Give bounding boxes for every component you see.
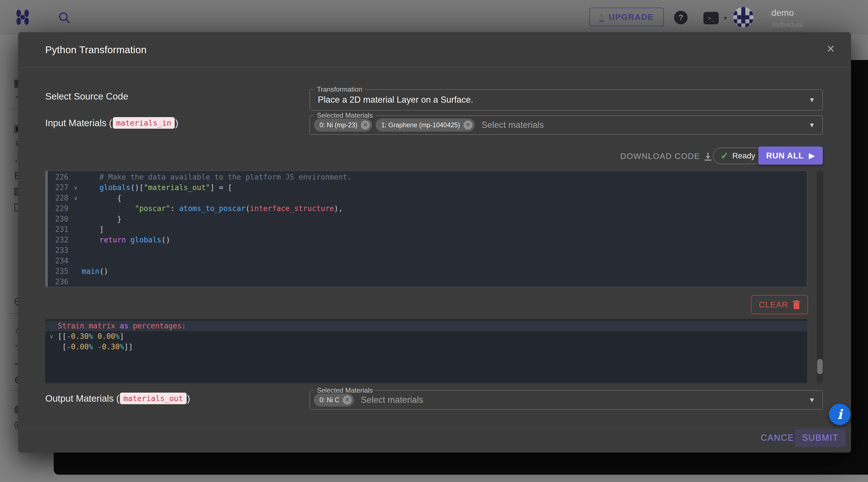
code-runner-section: 226 # Make the data available to the pla… bbox=[45, 171, 823, 386]
cancel-button[interactable]: CANCEL bbox=[761, 433, 800, 443]
dialog-header: Python Transformation × bbox=[18, 32, 851, 68]
line-number: 232 bbox=[48, 235, 70, 245]
python-transformation-dialog: Python Transformation × Select Source Co… bbox=[18, 32, 851, 453]
footer-divider bbox=[18, 428, 851, 428]
material-chip[interactable]: 0: Ni (mp-23)× bbox=[314, 119, 372, 131]
code-text: } bbox=[82, 214, 122, 224]
input-selected-materials-label: Selected Materials bbox=[314, 112, 375, 119]
line-number: 229 bbox=[48, 203, 70, 214]
code-line: 233 bbox=[48, 245, 807, 256]
help-icon[interactable]: ? bbox=[674, 11, 688, 24]
line-number: 236 bbox=[48, 277, 70, 287]
chevron-down-icon[interactable]: ▼ bbox=[809, 121, 815, 129]
avatar[interactable] bbox=[733, 7, 753, 27]
output-materials-label: Output Materials ( materials_out ) bbox=[45, 393, 190, 404]
fold-spacer bbox=[70, 256, 82, 266]
input-materials-prefix: Input Materials ( bbox=[45, 118, 112, 128]
user-name: demo bbox=[771, 8, 794, 18]
chip-delete-icon[interactable]: × bbox=[361, 121, 370, 129]
scrollbar-track[interactable] bbox=[816, 171, 823, 383]
line-number: 235 bbox=[48, 266, 70, 277]
line-number: 230 bbox=[48, 214, 70, 224]
material-chip-label: 0: Ni C bbox=[319, 396, 339, 404]
chevron-down-icon[interactable]: ▼ bbox=[809, 396, 815, 404]
code-text: main() bbox=[82, 266, 108, 277]
fold-arrow-icon[interactable]: ∨ bbox=[70, 193, 82, 203]
top-app-bar: ↑ UPGRADE ? >_ ▼ demo Individual bbox=[0, 0, 868, 34]
upgrade-button[interactable]: ↑ UPGRADE bbox=[589, 8, 664, 26]
download-code-label: DOWNLOAD CODE bbox=[620, 152, 700, 161]
run-all-label: RUN ALL bbox=[766, 151, 804, 160]
select-materials-placeholder: Select materials bbox=[482, 120, 544, 130]
fold-arrow-icon[interactable]: ∨ bbox=[45, 331, 58, 342]
terminal-caret-icon[interactable]: ▼ bbox=[723, 16, 728, 21]
code-line: 236 bbox=[48, 277, 807, 287]
scrollbar-thumb[interactable] bbox=[817, 359, 823, 374]
code-text: globals()["materials_out"] = [ bbox=[82, 182, 232, 193]
fold-arrow-icon[interactable]: ∨ bbox=[70, 182, 82, 193]
code-line: 234 bbox=[48, 256, 807, 266]
close-icon[interactable]: × bbox=[827, 42, 835, 55]
select-source-code-label: Select Source Code bbox=[45, 91, 128, 102]
select-materials-placeholder: Select materials bbox=[361, 395, 423, 405]
transformation-select[interactable]: Transformation Place a 2D material Layer… bbox=[310, 89, 823, 110]
code-editor[interactable]: 226 # Make the data available to the pla… bbox=[45, 171, 807, 287]
code-line: 231 ] bbox=[48, 224, 807, 235]
screen: ↑ UPGRADE ? >_ ▼ demo Individual ▦+▣≡∴⊞▧… bbox=[0, 0, 868, 482]
code-line: 226 # Make the data available to the pla… bbox=[48, 172, 807, 182]
code-line: 228∨ { bbox=[48, 193, 807, 203]
code-text: ] bbox=[82, 224, 104, 235]
code-line: 229 "poscar": atoms_to_poscar(interface_… bbox=[48, 203, 807, 214]
material-chip[interactable]: 0: Ni C× bbox=[314, 393, 354, 406]
material-chip[interactable]: 1: Graphene (mp-1040425)× bbox=[375, 119, 475, 131]
chevron-down-icon[interactable]: ▼ bbox=[809, 96, 815, 104]
download-icon bbox=[704, 152, 712, 161]
output-materials-suffix: ) bbox=[187, 393, 190, 404]
clear-output-button[interactable]: CLEAR bbox=[751, 295, 808, 314]
identicon bbox=[733, 7, 753, 27]
output-selected-materials-select[interactable]: Selected Materials 0: Ni C×Select materi… bbox=[310, 390, 823, 410]
download-code-button[interactable]: DOWNLOAD CODE bbox=[620, 152, 712, 161]
search-icon[interactable] bbox=[58, 11, 71, 24]
output-selected-materials-label: Selected Materials bbox=[314, 386, 375, 394]
transformation-field-label: Transformation bbox=[314, 85, 365, 93]
code-text: # Make the data available to the platfor… bbox=[82, 172, 352, 182]
line-number: 227 bbox=[48, 182, 70, 193]
app-logo-icon[interactable] bbox=[15, 9, 31, 25]
chip-delete-icon[interactable]: × bbox=[463, 121, 472, 129]
chip-delete-icon[interactable]: × bbox=[343, 395, 352, 404]
upgrade-label: UPGRADE bbox=[609, 12, 654, 22]
fold-spacer bbox=[70, 214, 82, 224]
code-text: "poscar": atoms_to_poscar(interface_stru… bbox=[82, 203, 343, 214]
code-line: 232 return globals() bbox=[48, 235, 807, 245]
input-selected-materials-select[interactable]: Selected Materials 0: Ni (mp-23)×1: Grap… bbox=[310, 115, 823, 134]
material-chip-label: 0: Ni (mp-23) bbox=[319, 121, 358, 129]
user-plan: Individual bbox=[772, 20, 803, 29]
code-text: return globals() bbox=[82, 235, 170, 245]
play-icon: ▶ bbox=[809, 151, 815, 160]
info-button[interactable]: i bbox=[829, 404, 850, 425]
run-all-button[interactable]: RUN ALL ▶ bbox=[758, 147, 823, 164]
input-materials-suffix: ) bbox=[175, 118, 178, 128]
fold-spacer bbox=[70, 235, 82, 245]
submit-button[interactable]: SUBMIT bbox=[795, 429, 846, 447]
upload-arrow-icon: ↑ bbox=[599, 12, 604, 22]
code-text: { bbox=[82, 193, 122, 203]
console-line: ∨[[-0.30% 0.00%] bbox=[45, 331, 807, 342]
console-line: [-0.00% -0.30%]] bbox=[45, 342, 807, 352]
clear-label: CLEAR bbox=[759, 300, 788, 309]
input-material-chips: 0: Ni (mp-23)×1: Graphene (mp-1040425)×S… bbox=[314, 119, 544, 131]
console-text: [[-0.30% 0.00%] bbox=[58, 331, 124, 342]
code-line: 235main() bbox=[48, 266, 807, 277]
line-number: 228 bbox=[48, 193, 70, 203]
line-number: 231 bbox=[48, 224, 70, 235]
console-text: Strain matrix as percentages: bbox=[58, 321, 186, 331]
dialog-title: Python Transformation bbox=[45, 44, 147, 55]
materials-in-code: materials_in bbox=[113, 117, 175, 129]
editor-left-scrollbar[interactable] bbox=[45, 171, 48, 287]
terminal-icon[interactable]: >_ bbox=[704, 12, 719, 24]
console-line: Strain matrix as percentages: bbox=[45, 321, 807, 331]
editor-lines: 226 # Make the data available to the pla… bbox=[48, 172, 807, 287]
status-badge: ✓ Ready bbox=[713, 148, 763, 164]
line-number: 233 bbox=[48, 245, 70, 256]
